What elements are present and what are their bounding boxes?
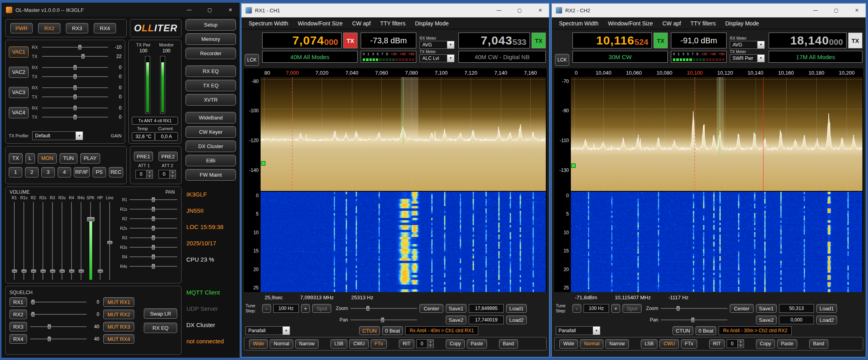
zero-beat-button[interactable]: 0 Beat bbox=[696, 326, 716, 335]
pan-slider-r4[interactable] bbox=[130, 254, 177, 260]
swap-lr-button[interactable]: Swap LR bbox=[144, 308, 177, 319]
transport-l-button[interactable]: L bbox=[25, 153, 35, 164]
pan-slider-r2s[interactable] bbox=[130, 225, 177, 231]
spin-up-icon[interactable]: ▲ bbox=[170, 170, 176, 174]
paste-button[interactable]: Paste bbox=[467, 339, 487, 348]
save2-button[interactable]: Save2 bbox=[446, 316, 466, 324]
menu-spectrum-width[interactable]: Spectrum Width bbox=[245, 19, 292, 28]
lock-button[interactable]: LCK bbox=[245, 54, 259, 66]
menu-cw-apf[interactable]: CW apf bbox=[658, 19, 685, 28]
volume-slider-r2[interactable] bbox=[29, 201, 38, 281]
tx-a-indicator[interactable]: TX bbox=[653, 33, 668, 48]
side-button-eibi[interactable]: EiBi bbox=[186, 155, 236, 166]
band-button[interactable]: Band bbox=[499, 339, 518, 348]
transport-mon-button[interactable]: MON bbox=[38, 153, 57, 164]
rig-button-rx4[interactable]: RX4 bbox=[94, 23, 116, 33]
rig-button-pwr[interactable]: PWR bbox=[10, 23, 33, 33]
pan-slider-r1[interactable] bbox=[130, 197, 177, 202]
save2-button[interactable]: Save2 bbox=[756, 316, 777, 324]
mut-rx4-button[interactable]: MUT RX4 bbox=[103, 334, 134, 344]
display-mode-select[interactable]: Panafall ▼ bbox=[556, 326, 600, 335]
close-button[interactable]: ✕ bbox=[532, 4, 549, 17]
menu-display-mode[interactable]: Display Mode bbox=[411, 19, 453, 28]
volume-slider-line[interactable] bbox=[105, 201, 114, 281]
spin-down-icon[interactable]: ▼ bbox=[170, 174, 176, 178]
squelch-rx2-button[interactable]: RX2 bbox=[10, 310, 27, 319]
volume-slider-hp[interactable] bbox=[95, 201, 105, 281]
spin-down-icon[interactable]: ▼ bbox=[738, 344, 744, 348]
pan-slider[interactable] bbox=[661, 317, 727, 323]
width-button-normal[interactable]: Normal bbox=[270, 339, 293, 348]
vac2-rx-slider[interactable] bbox=[42, 65, 108, 70]
menu-cw-apf[interactable]: CW apf bbox=[348, 19, 375, 28]
squelch-rx1-button[interactable]: RX1 bbox=[10, 297, 27, 307]
tx-profile-select[interactable]: Default ▼ bbox=[32, 131, 83, 140]
squelch-rx2-slider[interactable] bbox=[30, 312, 87, 317]
volume-slider-r3[interactable] bbox=[48, 201, 57, 281]
side-button-recorder[interactable]: Recorder bbox=[186, 48, 236, 59]
squelch-rx3-slider[interactable] bbox=[30, 324, 87, 329]
transport-play-button[interactable]: PLAY bbox=[80, 153, 100, 164]
copy-button[interactable]: Copy bbox=[756, 339, 775, 348]
center-button[interactable]: Center bbox=[420, 304, 443, 313]
save1-button[interactable]: Save1 bbox=[446, 304, 466, 313]
rx-eq-button[interactable]: RX EQ bbox=[144, 323, 177, 333]
close-button[interactable]: ✕ bbox=[848, 4, 866, 17]
pan-slider-r3[interactable] bbox=[130, 235, 177, 241]
close-button[interactable]: ✕ bbox=[222, 3, 239, 17]
maximize-button[interactable]: ▢ bbox=[201, 3, 218, 17]
display-mode-select[interactable]: Panafall ▼ bbox=[246, 326, 290, 335]
load1-button[interactable]: Load1 bbox=[816, 304, 837, 313]
squelch-rx4-slider[interactable] bbox=[30, 336, 87, 342]
vac4-tx-slider[interactable] bbox=[42, 114, 108, 120]
band-button[interactable]: Band bbox=[809, 339, 828, 348]
spin-up-icon[interactable]: ▲ bbox=[738, 340, 744, 344]
load2-button[interactable]: Load2 bbox=[816, 316, 837, 324]
mode-button-ftx[interactable]: FTx bbox=[681, 339, 697, 348]
side-button-fw-maint[interactable]: FW Maint bbox=[186, 169, 236, 181]
tune-step-minus-button[interactable]: - bbox=[262, 304, 271, 313]
transport-tx-button[interactable]: TX bbox=[9, 153, 23, 164]
tx-meter-select[interactable]: SWR Pwr ▼ bbox=[730, 54, 765, 62]
spin-up-icon[interactable]: ▲ bbox=[427, 340, 433, 344]
menu-display-mode[interactable]: Display Mode bbox=[721, 19, 763, 28]
rit-spinner[interactable]: 0▲▼ bbox=[727, 339, 744, 348]
load2-button[interactable]: Load2 bbox=[506, 316, 527, 324]
transport-2-button[interactable]: 2 bbox=[25, 167, 39, 177]
tx-b-indicator[interactable]: TX bbox=[848, 33, 862, 48]
tune-step-plus-button[interactable]: + bbox=[611, 304, 620, 313]
tx-meter-select[interactable]: ALC Lvl ▼ bbox=[420, 54, 454, 62]
copy-button[interactable]: Copy bbox=[446, 339, 465, 348]
vac2-tx-slider[interactable] bbox=[42, 74, 108, 79]
ctun-button[interactable]: CTUN bbox=[673, 326, 693, 335]
mut-rx2-button[interactable]: MUT RX2 bbox=[103, 310, 134, 319]
volume-slider-r2s[interactable] bbox=[38, 201, 48, 281]
vac1-rx-slider[interactable] bbox=[42, 44, 108, 50]
tune-step-plus-button[interactable]: + bbox=[301, 304, 310, 313]
pan-slider-r1s[interactable] bbox=[130, 206, 177, 212]
vac-button-vac1[interactable]: VAC1 bbox=[9, 46, 29, 58]
vac3-tx-slider[interactable] bbox=[42, 94, 108, 100]
paste-button[interactable]: Paste bbox=[777, 339, 797, 348]
transport-3-button[interactable]: 3 bbox=[41, 167, 55, 177]
side-button-rx-eq[interactable]: RX EQ bbox=[186, 65, 236, 77]
volume-slider-r3s[interactable] bbox=[57, 201, 67, 281]
tx-pwr-slider[interactable] bbox=[145, 56, 150, 114]
side-button-cw-keyer[interactable]: CW Keyer bbox=[186, 126, 236, 138]
rig-button-rx3[interactable]: RX3 bbox=[66, 23, 88, 33]
menu-window-font-size[interactable]: Window/Font Size bbox=[604, 19, 657, 28]
width-button-wide[interactable]: Wide bbox=[559, 339, 578, 348]
vfo-b-frequency[interactable]: 18,140000 bbox=[769, 33, 847, 48]
att2-spinner[interactable]: 0 ▲▼ bbox=[159, 170, 176, 179]
pan-slider-r2[interactable] bbox=[130, 216, 177, 221]
mode-button-lsb[interactable]: LSB bbox=[331, 339, 348, 348]
vfo-a-frequency[interactable]: 10,116524 bbox=[572, 33, 652, 48]
load1-button[interactable]: Load1 bbox=[506, 304, 527, 313]
zoom-slider[interactable] bbox=[350, 306, 417, 311]
mode-button-cwu[interactable]: CWU bbox=[349, 339, 369, 348]
tx-b-indicator[interactable]: TX bbox=[532, 33, 546, 48]
transport-tun-button[interactable]: TUN bbox=[60, 153, 77, 164]
pan-slider-r3s[interactable] bbox=[130, 244, 177, 250]
waterfall-canvas[interactable] bbox=[571, 192, 862, 292]
spot-button[interactable]: Spot bbox=[622, 304, 642, 313]
